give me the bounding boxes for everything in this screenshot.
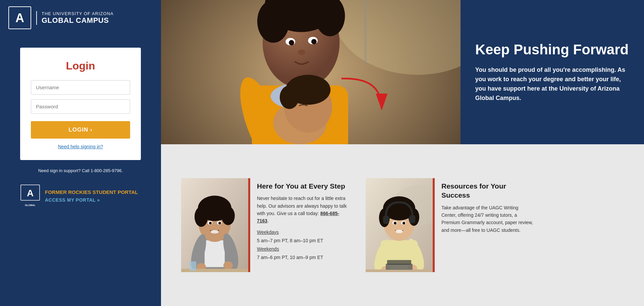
weekends-hours: 7 am–6 pm PT, 10 am–9 pm ET [257, 253, 349, 262]
hero-photo-illustration [161, 0, 461, 144]
header-logo: A THE UNIVERSITY OF ARIZONA GLOBAL CAMPU… [0, 0, 161, 36]
svg-rect-56 [383, 216, 389, 224]
university-name-top: THE UNIVERSITY OF ARIZONA [42, 11, 114, 16]
help-signin-link[interactable]: Need help signing in? [58, 144, 103, 149]
card-1-title: Here for You at Every Step [257, 182, 349, 191]
password-input[interactable] [31, 99, 130, 114]
ua-logo-icon: A [8, 6, 32, 30]
login-title: Login [66, 60, 95, 72]
svg-point-37 [221, 206, 235, 225]
hero-title: Keep Pushing Forward [475, 41, 629, 58]
svg-rect-69 [387, 260, 411, 265]
access-my-portal-link[interactable]: ACCESS MY PORTAL » [45, 197, 138, 203]
former-rockies-portal-link[interactable]: FORMER ROCKIES STUDENT PORTAL [45, 189, 138, 196]
hero-photo [161, 0, 461, 144]
login-card: Login LOGIN › Need help signing in? [20, 48, 141, 160]
card-2-content: Resources for Your Success Take advantag… [435, 178, 540, 241]
svg-point-40 [209, 222, 212, 224]
card-student-image [366, 178, 433, 272]
svg-point-42 [211, 230, 219, 234]
former-links: FORMER ROCKIES STUDENT PORTAL ACCESS MY … [45, 189, 138, 203]
cards-section: Here for You at Every Step Never hesitat… [161, 144, 644, 306]
svg-point-36 [195, 207, 208, 227]
former-rockies-logo-icon: A GLOBAL [20, 184, 40, 208]
username-input[interactable] [31, 80, 130, 95]
svg-point-62 [395, 230, 403, 233]
support-text: Need sign in support? Call 1-800-285-979… [38, 167, 123, 174]
card-2-body: Take advantage of the UAGC Writing Cente… [441, 204, 533, 234]
hero-section: Keep Pushing Forward You should be proud… [161, 0, 644, 144]
svg-text:A: A [27, 188, 34, 198]
university-name-bottom: GLOBAL CAMPUS [42, 16, 114, 25]
svg-point-26 [280, 86, 299, 109]
svg-text:GLOBAL: GLOBAL [25, 204, 36, 207]
weekdays-hours: 5 am–7 pm PT, 8 am–10 pm ET [257, 237, 349, 245]
logo-text: THE UNIVERSITY OF ARIZONA GLOBAL CAMPUS [36, 11, 114, 25]
card-1-content: Here for You at Every Step Never hesitat… [250, 178, 356, 265]
card-advisor-image [181, 178, 248, 272]
svg-rect-48 [190, 261, 196, 271]
svg-rect-33 [205, 240, 225, 267]
card-1-phone: 866-685-7163 [257, 211, 339, 223]
card-1-body: Never hesitate to reach out for a little… [257, 195, 349, 225]
weekdays-label: Weekdays [257, 230, 279, 235]
svg-point-19 [289, 40, 294, 45]
svg-point-21 [298, 50, 305, 55]
hero-subtitle: You should be proud of all you're accomp… [475, 65, 629, 103]
card-2-title: Resources for Your Success [441, 182, 533, 200]
weekends-label: Weekends [257, 246, 279, 252]
card-advisor: Here for You at Every Step Never hesitat… [181, 178, 356, 272]
svg-rect-67 [366, 269, 433, 272]
right-panel: Keep Pushing Forward You should be proud… [161, 0, 644, 306]
svg-point-20 [311, 39, 317, 44]
svg-point-46 [223, 261, 233, 269]
advisor-illustration [181, 178, 248, 272]
left-panel: A THE UNIVERSITY OF ARIZONA GLOBAL CAMPU… [0, 0, 161, 306]
svg-text:A: A [15, 11, 24, 25]
svg-point-15 [257, 0, 289, 43]
red-arrow-icon [335, 75, 388, 115]
hero-overlay: Keep Pushing Forward You should be proud… [461, 0, 644, 144]
former-rockies-section: A GLOBAL FORMER ROCKIES STUDENT PORTAL A… [20, 184, 141, 208]
card-student: Resources for Your Success Take advantag… [366, 178, 540, 272]
svg-rect-57 [409, 215, 415, 223]
svg-point-41 [218, 222, 221, 224]
card-1-hours: Weekdays 5 am–7 pm PT, 8 am–10 pm ET Wee… [257, 228, 349, 262]
student-illustration [366, 178, 433, 272]
login-button[interactable]: LOGIN › [31, 121, 130, 139]
svg-point-60 [394, 222, 396, 224]
svg-point-61 [402, 222, 405, 224]
svg-rect-27 [364, 0, 366, 64]
